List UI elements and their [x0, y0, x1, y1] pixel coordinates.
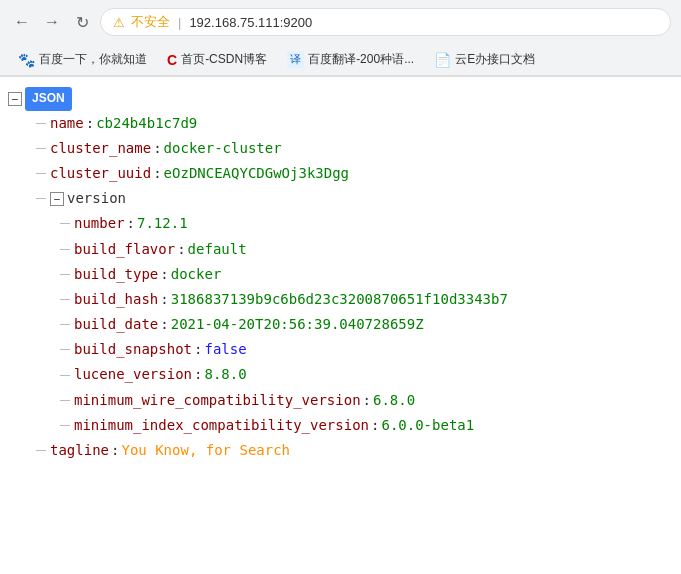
build-date-value: 2021-04-20T20:56:39.040728659Z: [171, 312, 424, 337]
build-snapshot-value: false: [204, 337, 246, 362]
url-text: 192.168.75.111:9200: [189, 15, 312, 30]
name-row: name : cb24b4b1c7d9: [8, 111, 673, 136]
name-key: name: [50, 111, 84, 136]
bookmark-csdn[interactable]: C 首页-CSDN博客: [159, 48, 275, 71]
lock-icon: ⚠: [113, 15, 125, 30]
hline: [36, 450, 46, 451]
cluster-uuid-row: cluster_uuid : eOzDNCEAQYCDGwOj3k3Dgg: [8, 161, 673, 186]
address-bar[interactable]: ⚠ 不安全 | 192.168.75.111:9200: [100, 8, 671, 36]
hline: [60, 400, 70, 401]
bookmark-yunban[interactable]: 📄 云E办接口文档: [426, 48, 543, 71]
colon: :: [194, 337, 202, 362]
version-row: − version: [8, 186, 673, 211]
name-value: cb24b4b1c7d9: [96, 111, 197, 136]
build-flavor-key: build_flavor: [74, 237, 175, 262]
number-row: number : 7.12.1: [8, 211, 673, 236]
build-type-key: build_type: [74, 262, 158, 287]
bookmarks-bar: 🐾 百度一下，你就知道 C 首页-CSDN博客 译 百度翻译-200种语... …: [0, 44, 681, 76]
forward-button[interactable]: →: [40, 10, 64, 34]
colon: :: [153, 136, 161, 161]
hline: [60, 299, 70, 300]
hline: [36, 198, 46, 199]
version-toggle[interactable]: −: [50, 192, 64, 206]
refresh-button[interactable]: ↻: [70, 10, 94, 34]
min-wire-key: minimum_wire_compatibility_version: [74, 388, 361, 413]
version-label: version: [67, 186, 126, 211]
back-button[interactable]: ←: [10, 10, 34, 34]
colon: :: [194, 362, 202, 387]
hline: [60, 349, 70, 350]
tagline-key: tagline: [50, 438, 109, 463]
colon: :: [111, 438, 119, 463]
min-wire-value: 6.8.0: [373, 388, 415, 413]
cluster-name-value: docker-cluster: [164, 136, 282, 161]
insecure-label: 不安全: [131, 13, 170, 31]
bookmark-label: 百度一下，你就知道: [39, 51, 147, 68]
build-date-key: build_date: [74, 312, 158, 337]
cluster-uuid-key: cluster_uuid: [50, 161, 151, 186]
root-row: − JSON: [8, 87, 673, 111]
lucene-version-row: lucene_version : 8.8.0: [8, 362, 673, 387]
json-content: − JSON name : cb24b4b1c7d9 cluster_name …: [0, 77, 681, 473]
json-badge: JSON: [25, 87, 72, 111]
colon: :: [160, 262, 168, 287]
bookmark-baidu[interactable]: 🐾 百度一下，你就知道: [10, 48, 155, 71]
bookmark-translate[interactable]: 译 百度翻译-200种语...: [279, 48, 422, 71]
hline: [60, 425, 70, 426]
build-hash-key: build_hash: [74, 287, 158, 312]
hline: [36, 148, 46, 149]
cluster-name-row: cluster_name : docker-cluster: [8, 136, 673, 161]
hline: [36, 173, 46, 174]
colon: :: [153, 161, 161, 186]
build-hash-value: 3186837139b9c6b6d23c3200870651f10d3343b7: [171, 287, 508, 312]
cluster-uuid-value: eOzDNCEAQYCDGwOj3k3Dgg: [164, 161, 349, 186]
hline: [60, 375, 70, 376]
build-snapshot-key: build_snapshot: [74, 337, 192, 362]
min-index-value: 6.0.0-beta1: [381, 413, 474, 438]
translate-icon: 译: [287, 51, 304, 68]
tagline-value: You Know, for Search: [121, 438, 290, 463]
build-type-row: build_type : docker: [8, 262, 673, 287]
colon: :: [86, 111, 94, 136]
bookmark-label: 百度翻译-200种语...: [308, 51, 414, 68]
hline: [60, 249, 70, 250]
number-key: number: [74, 211, 125, 236]
csdn-icon: C: [167, 52, 177, 68]
build-flavor-row: build_flavor : default: [8, 237, 673, 262]
hline: [36, 123, 46, 124]
json-tree: − JSON name : cb24b4b1c7d9 cluster_name …: [0, 87, 681, 463]
tagline-row: tagline : You Know, for Search: [8, 438, 673, 463]
colon: :: [371, 413, 379, 438]
colon: :: [363, 388, 371, 413]
baidu-icon: 🐾: [18, 52, 35, 68]
colon: :: [160, 312, 168, 337]
colon: :: [127, 211, 135, 236]
hline: [60, 223, 70, 224]
lucene-version-value: 8.8.0: [204, 362, 246, 387]
build-flavor-value: default: [188, 237, 247, 262]
build-type-value: docker: [171, 262, 222, 287]
hline: [60, 324, 70, 325]
build-date-row: build_date : 2021-04-20T20:56:39.0407286…: [8, 312, 673, 337]
min-wire-row: minimum_wire_compatibility_version : 6.8…: [8, 388, 673, 413]
min-index-row: minimum_index_compatibility_version : 6.…: [8, 413, 673, 438]
separator: |: [178, 15, 181, 30]
number-value: 7.12.1: [137, 211, 188, 236]
hline: [60, 274, 70, 275]
build-hash-row: build_hash : 3186837139b9c6b6d23c3200870…: [8, 287, 673, 312]
yunban-icon: 📄: [434, 52, 451, 68]
bookmark-label: 首页-CSDN博客: [181, 51, 267, 68]
browser-chrome: ← → ↻ ⚠ 不安全 | 192.168.75.111:9200 🐾 百度一下…: [0, 0, 681, 77]
colon: :: [177, 237, 185, 262]
lucene-version-key: lucene_version: [74, 362, 192, 387]
min-index-key: minimum_index_compatibility_version: [74, 413, 369, 438]
nav-bar: ← → ↻ ⚠ 不安全 | 192.168.75.111:9200: [0, 0, 681, 44]
bookmark-label: 云E办接口文档: [455, 51, 535, 68]
cluster-name-key: cluster_name: [50, 136, 151, 161]
build-snapshot-row: build_snapshot : false: [8, 337, 673, 362]
root-toggle[interactable]: −: [8, 92, 22, 106]
colon: :: [160, 287, 168, 312]
